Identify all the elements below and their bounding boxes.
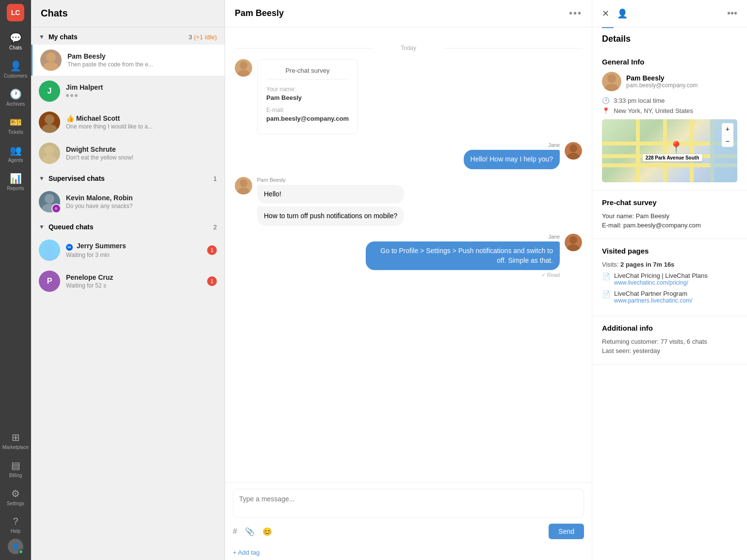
sidebar-item-label: Archives [6, 101, 25, 107]
avatar [39, 112, 60, 133]
details-more-button[interactable]: ••• [727, 8, 737, 19]
chat-item-kevin-malone[interactable]: R Kevin Malone, Robin Do you have any sn… [31, 186, 225, 217]
page-url[interactable]: www.livechatinc.com/pricing/ [614, 279, 708, 286]
last-seen: Last seen: yesterday [602, 347, 737, 354]
chevron-down-icon: ▼ [39, 33, 45, 40]
message-sender: Pam Beesly [257, 177, 404, 183]
user-email: pam.beesly@company.com [626, 82, 698, 89]
chat-name: m Jerry Summers [66, 242, 201, 251]
svg-point-14 [569, 144, 577, 152]
chats-panel: Chats ▼ My chats 3 (+1 idle) Pam Beesly … [31, 0, 225, 560]
attachment-icon[interactable]: 📎 [245, 527, 255, 536]
message-input[interactable] [233, 489, 584, 518]
svg-point-2 [45, 114, 54, 124]
main-chat: Pam Beesly ••• Today Pre-chat survey You… [225, 0, 592, 560]
sidebar-item-label: Reports [7, 186, 24, 191]
general-info-section: General Info Pam Beesly pam.beesly@compa… [592, 50, 747, 191]
hashtag-icon[interactable]: # [233, 527, 237, 536]
nav-sidebar: LC 💬 Chats 👤 Customers 🕐 Archives 🎫 Tick… [0, 0, 31, 560]
message-row: Pre-chat survey Your name: Pam Beesly E-… [235, 59, 582, 134]
svg-point-4 [45, 145, 54, 155]
sidebar-item-billing[interactable]: ▤ Billing [0, 455, 31, 483]
reports-icon: 📊 [10, 173, 22, 184]
chevron-down-icon: ▼ [39, 224, 45, 230]
billing-icon: ▤ [11, 460, 20, 471]
visits-summary: Visits: 2 pages in 7m 16s [602, 261, 737, 268]
sidebar-item-tickets[interactable]: 🎫 Tickets [0, 112, 31, 140]
visited-pages-title: Visited pages [602, 247, 737, 255]
chat-name: 👍 Michael Scott [66, 114, 217, 122]
agent-avatar [565, 234, 582, 251]
avatar [39, 240, 60, 261]
location-icon: 📍 [602, 107, 610, 114]
add-tag-button[interactable]: + Add tag [225, 545, 592, 560]
page-title: LiveChat Pricing | LiveChat Plans [614, 272, 708, 279]
page-url[interactable]: www.partners.livechatinc.com/ [614, 297, 692, 304]
supervised-chats-section-header[interactable]: ▼ Supervised chats 1 [31, 169, 225, 186]
chat-info: 👍 Michael Scott One more thing I would l… [66, 114, 217, 130]
survey-name: Your name: Pam Beesly [602, 212, 737, 220]
chat-input-area: # 📎 😊 Send [225, 482, 592, 545]
sidebar-item-marketplace[interactable]: ⊞ Marketplace [0, 427, 31, 455]
clock-icon: 🕐 [602, 97, 610, 104]
chat-header: Pam Beesly ••• [225, 0, 592, 27]
more-options-button[interactable]: ••• [569, 8, 582, 19]
visited-pages-section: Visited pages Visits: 2 pages in 7m 16s … [592, 239, 747, 316]
chats-icon: 💬 [10, 32, 22, 44]
send-button[interactable]: Send [549, 524, 584, 539]
marketplace-icon: ⊞ [12, 432, 20, 443]
input-toolbar: # 📎 😊 Send [233, 524, 584, 539]
svg-point-5 [42, 155, 57, 164]
agent-avatar [565, 142, 582, 160]
chat-item-penelope-cruz[interactable]: P Penelope Cruz Waiting for 52 s 1 [31, 266, 225, 297]
local-time: 3:33 pm local time [614, 97, 665, 104]
user-info: Pam Beesly pam.beesly@company.com [602, 72, 737, 91]
chat-item-jim-halpert[interactable]: J Jim Halpert [31, 76, 225, 107]
location-row: 📍 New York, NY, United States [602, 107, 737, 114]
sidebar-item-reports[interactable]: 📊 Reports [0, 168, 31, 196]
sidebar-item-chats[interactable]: 💬 Chats [0, 27, 31, 55]
user-avatar[interactable]: 👤 [8, 539, 23, 554]
chat-info: m Jerry Summers Waiting for 3 min [66, 242, 201, 258]
queued-chats-section-header[interactable]: ▼ Queued chats 2 [31, 217, 225, 235]
svg-point-9 [42, 252, 57, 261]
supervised-avatar-container: R [39, 191, 60, 212]
sidebar-item-agents[interactable]: 👥 Agents [0, 140, 31, 168]
chat-item-michael-scott[interactable]: 👍 Michael Scott One more thing I would l… [31, 107, 225, 138]
sidebar-item-help[interactable]: ? Help [0, 511, 31, 539]
chat-name: Dwight Schrute [66, 145, 217, 153]
message-row: Pam Beesly Hello! How to turn off push n… [235, 177, 582, 226]
user-name: Pam Beesly [626, 74, 698, 82]
visited-page: 📄 LiveChat Pricing | LiveChat Plans www.… [602, 272, 737, 286]
avatar: J [39, 80, 60, 102]
page-title: LiveChat Partner Program [614, 290, 692, 297]
supervised-chats-label: Supervised chats [49, 175, 105, 182]
my-chats-section-header[interactable]: ▼ My chats 3 (+1 idle) [31, 27, 225, 45]
sidebar-item-archives[interactable]: 🕐 Archives [0, 83, 31, 112]
zoom-out-button[interactable]: − [722, 135, 733, 147]
chat-item-dwight-schrute[interactable]: Dwight Schrute Don't eat the yellow snow… [31, 138, 225, 169]
chat-preview: Don't eat the yellow snow! [66, 154, 217, 161]
chat-preview [66, 92, 217, 99]
survey-title: Pre-chat survey [266, 66, 349, 80]
sidebar-item-label: Customers [4, 73, 27, 79]
emoji-icon[interactable]: 😊 [262, 527, 272, 536]
sidebar-item-customers[interactable]: 👤 Customers [0, 55, 31, 83]
chat-info: Jim Halpert [66, 83, 217, 99]
chat-preview: Waiting for 3 min [66, 252, 201, 258]
sidebar-item-label: Agents [8, 158, 23, 163]
close-button[interactable]: ✕ [602, 8, 609, 19]
sidebar-item-settings[interactable]: ⚙ Settings [0, 483, 31, 511]
chat-item-pam-beesly[interactable]: Pam Beesly Then paste the code from the … [31, 45, 225, 76]
person-icon[interactable]: 👤 [617, 8, 628, 19]
map-pin: 📍 [669, 141, 683, 154]
chat-preview: One more thing I would like to a... [66, 123, 217, 130]
additional-info-title: Additional info [602, 324, 737, 332]
chat-item-jerry-summers[interactable]: m Jerry Summers Waiting for 3 min 1 [31, 235, 225, 266]
queued-chats-count: 2 [213, 224, 217, 231]
zoom-in-button[interactable]: + [722, 123, 733, 135]
map: 📍 228 Park Avenue South + − [602, 119, 737, 182]
customer-avatar [235, 59, 252, 77]
survey-bubble: Pre-chat survey Your name: Pam Beesly E-… [257, 59, 358, 134]
avatar: P [39, 271, 60, 292]
